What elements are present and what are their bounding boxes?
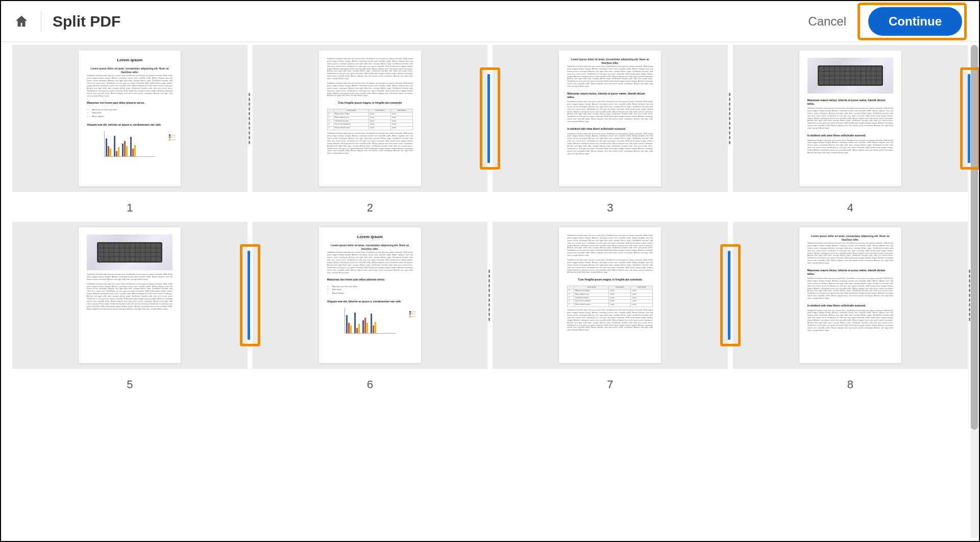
thumbnails-area: Lorem ipsumLorem ipsum dolor sit amet, c… — [1, 42, 979, 541]
page-cell-3: Lorem ipsum dolor sit amet, consectetur … — [493, 45, 728, 217]
page-cell-7: Vestibulum faucibus odio vitae arcu auct… — [493, 222, 728, 393]
page-thumbnail-wrapper[interactable]: Maecenas mauris lectus, lobortis et puru… — [733, 45, 968, 192]
page-number-label: 1 — [127, 201, 133, 215]
page-cell-4: Maecenas mauris lectus, lobortis et puru… — [733, 45, 968, 217]
split-divider-6[interactable] — [488, 270, 490, 321]
page-thumbnail-wrapper[interactable]: Vestibulum faucibus odio vitae arcu auct… — [253, 45, 488, 192]
page-thumbnail: Vestibulum faucibus odio vitae arcu auct… — [79, 227, 181, 363]
split-divider-5[interactable] — [248, 251, 250, 340]
page-number-label: 6 — [367, 378, 373, 391]
page-cell-8: Lorem ipsum dolor sit amet, consectetur … — [733, 222, 968, 393]
page-thumbnail: Lorem ipsum dolor sit amet, consectetur … — [799, 227, 901, 363]
split-divider-7[interactable] — [728, 251, 730, 340]
split-divider-1[interactable] — [249, 93, 250, 144]
page-thumbnail: Lorem ipsumLorem ipsum dolor sit amet, c… — [319, 227, 421, 363]
page-cell-1: Lorem ipsumLorem ipsum dolor sit amet, c… — [12, 45, 248, 217]
header-bar: Split PDF Cancel Continue — [1, 1, 979, 42]
cancel-button[interactable]: Cancel — [797, 9, 857, 34]
page-thumbnail: Vestibulum faucibus odio vitae arcu auct… — [319, 51, 421, 186]
page-number-label: 8 — [847, 378, 853, 391]
page-thumbnail-wrapper[interactable]: Lorem ipsum dolor sit amet, consectetur … — [733, 222, 968, 369]
page-number-label: 5 — [127, 378, 133, 391]
page-cell-5: Vestibulum faucibus odio vitae arcu auct… — [12, 222, 248, 393]
page-thumbnail-wrapper[interactable]: Lorem ipsumLorem ipsum dolor sit amet, c… — [12, 45, 248, 192]
page-thumbnail-wrapper[interactable]: Lorem ipsum dolor sit amet, consectetur … — [493, 45, 728, 192]
split-divider-3[interactable] — [729, 93, 730, 144]
header-divider — [41, 11, 41, 32]
page-thumbnail-wrapper[interactable]: Lorem ipsumLorem ipsum dolor sit amet, c… — [253, 222, 488, 369]
split-divider-4[interactable] — [968, 74, 970, 163]
scrollbar-thumb[interactable] — [971, 45, 978, 430]
split-divider-8[interactable] — [969, 270, 970, 321]
page-thumbnail: Lorem ipsumLorem ipsum dolor sit amet, c… — [79, 51, 181, 186]
page-number-label: 2 — [367, 201, 373, 215]
page-number-label: 3 — [607, 201, 613, 215]
page-number-label: 7 — [607, 378, 613, 391]
page-thumbnail-wrapper[interactable]: Vestibulum faucibus odio vitae arcu auct… — [493, 222, 728, 369]
page-thumbnail: Maecenas mauris lectus, lobortis et puru… — [799, 51, 901, 186]
split-divider-2[interactable] — [487, 74, 490, 163]
continue-highlight-box: Continue — [857, 3, 967, 40]
page-thumbnail: Lorem ipsum dolor sit amet, consectetur … — [559, 51, 661, 186]
page-thumbnail-wrapper[interactable]: Vestibulum faucibus odio vitae arcu auct… — [12, 222, 248, 369]
page-number-label: 4 — [847, 201, 853, 215]
home-icon[interactable] — [13, 13, 30, 30]
page-title: Split PDF — [53, 13, 120, 30]
page-thumbnail: Vestibulum faucibus odio vitae arcu auct… — [559, 227, 661, 363]
scrollbar[interactable] — [970, 45, 978, 538]
continue-button[interactable]: Continue — [868, 7, 962, 36]
page-cell-6: Lorem ipsumLorem ipsum dolor sit amet, c… — [253, 222, 488, 393]
page-cell-2: Vestibulum faucibus odio vitae arcu auct… — [253, 45, 488, 217]
